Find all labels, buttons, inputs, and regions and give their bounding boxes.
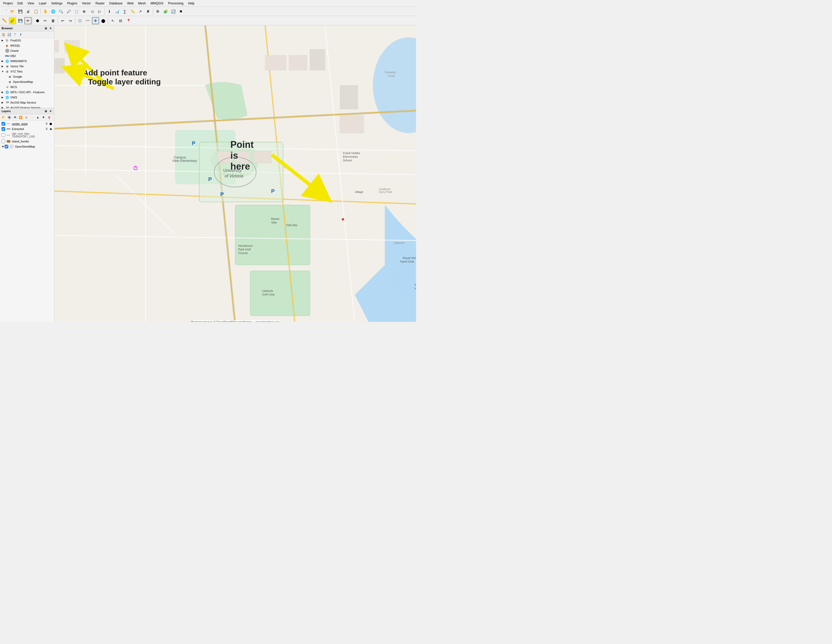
browser-item-arcgis-map[interactable]: ▶ 🗺 ArcGIS Map Service xyxy=(0,100,54,105)
browser-item-osm[interactable]: ⊞ OpenStreetMap xyxy=(0,79,54,85)
layer-extracted-checkbox[interactable] xyxy=(2,127,5,131)
map-canvas: University of Victoria Campus View Eleme… xyxy=(54,26,416,322)
svg-text:Course: Course xyxy=(238,252,248,255)
layers-move-up-icon[interactable]: ▲ xyxy=(35,115,40,120)
layer-item-dgtl[interactable]: dgtl_road_atlas TRANSPORT_LINE xyxy=(0,131,54,139)
layers-dock-icon[interactable]: ⊞ xyxy=(44,109,48,113)
add-point-button[interactable]: ✛ xyxy=(92,17,99,24)
layer-dgtl-checkbox[interactable] xyxy=(2,133,5,137)
layers-remove-icon[interactable]: 🗑 xyxy=(46,115,52,120)
pencil-button[interactable]: ✏️ xyxy=(1,17,8,24)
layer-item-osm-layer[interactable]: ▼ OpenStreetMap xyxy=(0,144,54,149)
browser-item-ows[interactable]: ▶ 🌐 OWS xyxy=(0,95,54,100)
zoom-select-button[interactable]: ⬚ xyxy=(73,8,80,15)
zoom-layer-button[interactable]: ⊕ xyxy=(80,8,88,15)
layer-island-checkbox[interactable] xyxy=(2,139,5,143)
cancel-btn[interactable]: ✖ xyxy=(177,8,185,15)
layer-item-center-point[interactable]: center_point ☰ ⬤ xyxy=(0,121,54,127)
menu-raster[interactable]: Raster xyxy=(93,1,107,6)
plugins-btn[interactable]: 🧩 xyxy=(162,8,169,15)
layers-move-down-icon[interactable]: ▼ xyxy=(41,115,46,120)
browser-item-xyz[interactable]: ▼ ⊞ XYZ Tiles xyxy=(0,69,54,74)
attributes-button[interactable]: 📊 xyxy=(114,8,121,15)
browser-refresh-icon[interactable]: 🔃 xyxy=(7,32,12,37)
menu-database[interactable]: Database xyxy=(107,1,125,6)
compose-button[interactable]: 📋 xyxy=(32,8,39,15)
layers-filter-icon[interactable]: 🔽 xyxy=(18,115,23,120)
highlight-button[interactable]: 🖊 xyxy=(9,17,16,24)
deselect-all-button[interactable]: ⊟ xyxy=(117,17,124,24)
toggle-edit-button[interactable]: ✏ xyxy=(24,17,32,24)
layer-item-extracted[interactable]: Extracted ☰ ▣ xyxy=(0,127,54,131)
layer-extracted-style-icon[interactable]: ▣ xyxy=(49,127,53,131)
save-button[interactable]: 💾 xyxy=(16,8,24,15)
pan-button[interactable]: ✋ xyxy=(42,8,49,15)
layer-osm-checkbox[interactable] xyxy=(5,145,8,148)
add-polygon-button[interactable]: ⬡ xyxy=(76,17,83,24)
menu-vector[interactable]: Vector xyxy=(80,1,93,6)
browser-item-mssql[interactable]: ▶ MSSQL xyxy=(0,43,54,48)
layer-center-point-style-icon[interactable]: ⬤ xyxy=(49,122,53,126)
layers-close-icon[interactable]: ✕ xyxy=(48,109,53,113)
browser-home-icon[interactable]: 🏠 xyxy=(1,32,6,37)
select-by-location-button[interactable]: 📍 xyxy=(125,17,132,24)
layer-center-point-filter-icon[interactable]: ☰ xyxy=(45,122,48,126)
undo-button[interactable]: ↩ xyxy=(59,17,66,24)
refresh-btn[interactable]: 🔃 xyxy=(170,8,177,15)
save-edits-button[interactable]: 💾 xyxy=(16,17,24,24)
statistics-button[interactable]: ∑ xyxy=(121,8,128,15)
menu-edit[interactable]: Edit xyxy=(15,1,25,6)
menu-help[interactable]: Help xyxy=(186,1,197,6)
redo-button[interactable]: ↪ xyxy=(67,17,74,24)
browser-close-icon[interactable]: ✕ xyxy=(48,26,53,30)
browser-item-wms[interactable]: ▶ 🌐 WMS/WMTS xyxy=(0,59,54,64)
measure-button[interactable]: 📏 xyxy=(129,8,136,15)
deselect-button[interactable]: ✘ xyxy=(144,8,152,15)
select-features-button[interactable]: ↖ xyxy=(109,17,117,24)
menu-project[interactable]: Project xyxy=(1,1,15,6)
select-button[interactable]: ↗ xyxy=(137,8,144,15)
new-button[interactable]: 📄 xyxy=(1,8,8,15)
layers-open-icon[interactable]: 📂 xyxy=(1,115,6,120)
layers-expression-icon[interactable]: ε xyxy=(24,115,29,120)
layers-add-icon[interactable]: ➕ xyxy=(7,115,12,120)
zoom-in-button[interactable]: 🔍 xyxy=(57,8,64,15)
identify-button[interactable]: ℹ xyxy=(106,8,113,15)
menu-layer[interactable]: Layer xyxy=(37,1,49,6)
settings-btn[interactable]: ⚙ xyxy=(154,8,161,15)
browser-item-wcs[interactable]: ⊕ WCS xyxy=(0,85,54,90)
menu-web[interactable]: Web xyxy=(125,1,135,6)
delete-button[interactable]: 🗑 xyxy=(50,17,57,24)
browser-item-db2[interactable]: DB2 DB2 xyxy=(0,53,54,59)
layer-center-point-checkbox[interactable] xyxy=(2,122,5,126)
vertex-tool-button[interactable]: ⬤ xyxy=(100,17,107,24)
menu-plugins[interactable]: Plugins xyxy=(65,1,79,6)
digitize-button[interactable]: ✂ xyxy=(42,17,49,24)
browser-dock-icon[interactable]: ⊞ xyxy=(44,26,48,30)
browser-item-oracle[interactable]: Oracle xyxy=(0,48,54,53)
edit-vertices-button[interactable]: ⬟ xyxy=(34,17,41,24)
menu-processing[interactable]: Processing xyxy=(166,1,186,6)
browser-info-icon[interactable]: ℹ xyxy=(18,32,23,37)
zoom-next-button[interactable]: ▷ xyxy=(96,8,103,15)
zoom-out-button[interactable]: 🔎 xyxy=(65,8,72,15)
layers-visibility-icon[interactable]: 👁 xyxy=(13,115,18,120)
menu-view[interactable]: View xyxy=(26,1,36,6)
zoom-full-button[interactable]: 🌐 xyxy=(50,8,57,15)
print-button[interactable]: 🖨 xyxy=(24,8,32,15)
add-line-button[interactable]: 〰 xyxy=(84,17,91,24)
zoom-prev-button[interactable]: ◁ xyxy=(88,8,96,15)
menu-mesh[interactable]: Mesh xyxy=(136,1,148,6)
open-button[interactable]: 📂 xyxy=(9,8,16,15)
map-area[interactable]: University of Victoria Campus View Eleme… xyxy=(54,26,416,322)
browser-item-wfs[interactable]: ▶ 🌐 WFS / OGC API - Features xyxy=(0,90,54,95)
browser-item-vtile[interactable]: ▶ ⊞ Vector Tile xyxy=(0,64,54,69)
browser-item-postgis[interactable]: ▶ 🐘 PostGIS xyxy=(0,38,54,43)
menu-settings[interactable]: Settings xyxy=(49,1,64,6)
layer-osm-name: OpenStreetMap xyxy=(15,145,53,148)
layer-item-island[interactable]: island_border xyxy=(0,139,54,144)
browser-item-google[interactable]: ⊞ Google xyxy=(0,74,54,79)
layer-extracted-filter-icon[interactable]: ☰ xyxy=(45,127,48,131)
menu-mmqgis[interactable]: MMQGIS xyxy=(148,1,165,6)
menu-bar: Project Edit View Layer Settings Plugins… xyxy=(0,0,416,7)
